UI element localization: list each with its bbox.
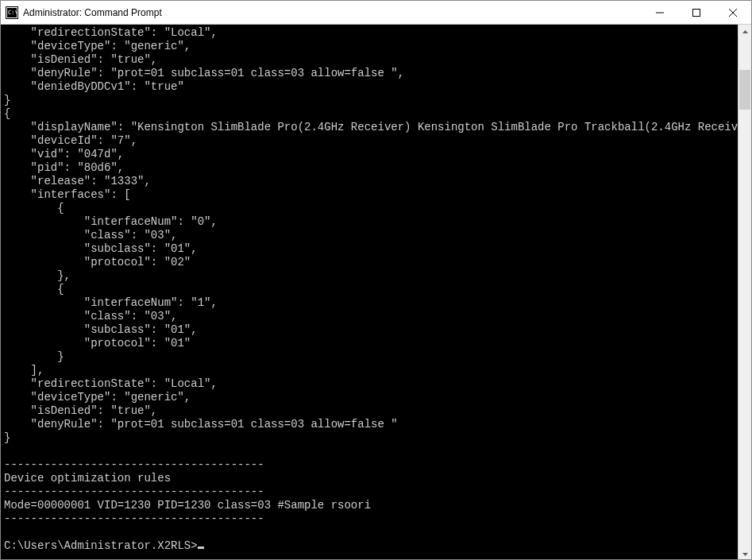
svg-marker-8 — [742, 30, 748, 33]
titlebar: C:\ Administrator: Command Prompt — [1, 1, 751, 25]
scroll-track[interactable] — [739, 38, 751, 547]
close-button[interactable] — [715, 1, 751, 24]
window-title: Administrator: Command Prompt — [23, 7, 642, 18]
terminal-output[interactable]: "redirectionState": "Local", "deviceType… — [1, 25, 738, 560]
scroll-thumb[interactable] — [739, 70, 750, 110]
terminal-text: "redirectionState": "Local", "deviceType… — [4, 26, 738, 525]
scroll-down-arrow-icon[interactable] — [739, 547, 751, 560]
cmd-icon: C:\ — [6, 6, 18, 19]
minimize-button[interactable] — [642, 1, 678, 24]
svg-marker-9 — [742, 553, 748, 556]
command-prompt: C:\Users\Administrator.X2RLS> — [4, 539, 198, 552]
svg-rect-5 — [693, 9, 700, 16]
maximize-button[interactable] — [678, 1, 715, 24]
svg-text:C:\: C:\ — [8, 10, 18, 16]
window-controls — [642, 1, 751, 24]
scroll-up-arrow-icon[interactable] — [739, 25, 751, 38]
cursor-icon — [198, 546, 204, 549]
terminal-container: "redirectionState": "Local", "deviceType… — [1, 25, 751, 560]
vertical-scrollbar[interactable] — [738, 25, 751, 560]
